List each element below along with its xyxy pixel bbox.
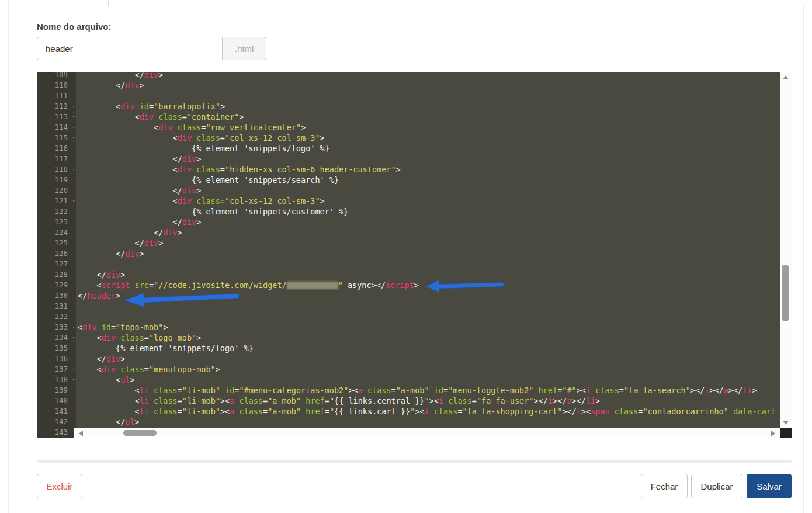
code-pane[interactable]: </div> </div> <div id="barratopofix"> <d… bbox=[76, 72, 780, 438]
code-line: </div> bbox=[78, 353, 776, 364]
tabbar-divider bbox=[109, 6, 804, 6]
code-line: <div class="menutopo-mob"> bbox=[78, 364, 776, 375]
line-number[interactable]: 131 bbox=[37, 301, 76, 311]
fold-arrow-icon[interactable]: ▾ bbox=[72, 332, 75, 343]
line-number[interactable]: 132 bbox=[37, 311, 76, 322]
active-tab[interactable] bbox=[25, 0, 109, 6]
delete-button[interactable]: Excluir bbox=[37, 474, 82, 498]
line-number[interactable]: 141 bbox=[37, 406, 76, 417]
code-line bbox=[78, 259, 776, 269]
code-line: {% element 'snippets/search' %} bbox=[78, 175, 776, 185]
line-number[interactable]: 138▾ bbox=[37, 375, 76, 385]
fold-arrow-icon[interactable]: ▾ bbox=[72, 164, 75, 175]
line-number[interactable]: 124 bbox=[37, 227, 76, 238]
filename-input[interactable] bbox=[37, 37, 223, 60]
redacted-widget-id bbox=[287, 282, 338, 289]
line-number[interactable]: 116 bbox=[37, 143, 76, 154]
close-button[interactable]: Fechar bbox=[641, 474, 688, 498]
line-number[interactable]: 136 bbox=[37, 353, 76, 364]
line-number[interactable]: 133▾ bbox=[37, 322, 76, 332]
line-number[interactable]: 120 bbox=[37, 185, 76, 196]
line-number[interactable]: 117 bbox=[37, 154, 76, 164]
code-line: <div class="container"> bbox=[78, 112, 776, 122]
line-number[interactable]: 115▾ bbox=[37, 133, 76, 143]
code-line: </div> bbox=[78, 227, 776, 238]
line-number[interactable]: 109 bbox=[37, 72, 76, 80]
line-number[interactable]: 139 bbox=[37, 385, 76, 396]
line-number[interactable]: 142 bbox=[37, 417, 76, 427]
code-lines: </div> </div> <div id="barratopofix"> <d… bbox=[78, 72, 776, 438]
line-number[interactable]: 114▾ bbox=[37, 122, 76, 133]
line-number[interactable]: 119 bbox=[37, 175, 76, 185]
gutter[interactable]: 109110111112▾113▾114▾115▾116117118▾11912… bbox=[37, 72, 76, 438]
line-number[interactable]: 128 bbox=[37, 269, 76, 280]
horizontal-scrollbar[interactable] bbox=[74, 428, 780, 438]
line-number[interactable]: 110 bbox=[37, 80, 76, 91]
code-line: <div class="col-xs-12 col-sm-3"> bbox=[78, 196, 776, 206]
fold-arrow-icon[interactable]: ▾ bbox=[72, 122, 75, 133]
fold-arrow-icon[interactable]: ▾ bbox=[72, 101, 75, 112]
page-left-border bbox=[8, 0, 9, 513]
fold-arrow-icon[interactable]: ▾ bbox=[72, 375, 75, 385]
code-line: <div class="logo-mob"> bbox=[78, 332, 776, 343]
line-number[interactable]: 125 bbox=[37, 238, 76, 248]
code-line: </ul> bbox=[78, 417, 776, 427]
fold-arrow-icon[interactable]: ▾ bbox=[72, 322, 75, 332]
code-line: {% element 'snippets/customer' %} bbox=[78, 206, 776, 217]
scroll-down-icon[interactable] bbox=[783, 421, 789, 425]
code-line: </div> bbox=[78, 72, 776, 80]
line-number[interactable]: 129 bbox=[37, 280, 76, 290]
line-number[interactable]: 118▾ bbox=[37, 164, 76, 175]
line-number[interactable]: 140 bbox=[37, 396, 76, 406]
code-line: <div class="hidden-xs col-sm-6 header-cu… bbox=[78, 164, 776, 175]
code-line: <script src="//code.jivosite.com/widget/… bbox=[78, 280, 776, 290]
code-line: {% element 'snippets/logo' %} bbox=[78, 343, 776, 353]
line-number[interactable]: 137▾ bbox=[37, 364, 76, 375]
gutter-lines: 109110111112▾113▾114▾115▾116117118▾11912… bbox=[37, 72, 76, 438]
line-number[interactable]: 111 bbox=[37, 91, 76, 101]
code-line: <li class="li-mob"><a class="a-mob" href… bbox=[78, 406, 776, 417]
scroll-up-icon[interactable] bbox=[783, 75, 789, 79]
code-line: <li class="li-mob"><a class="a-mob" href… bbox=[78, 396, 776, 406]
code-line: </div> bbox=[78, 269, 776, 280]
filename-label: Nome do arquivo: bbox=[37, 22, 112, 32]
line-number[interactable]: 135 bbox=[37, 343, 76, 353]
scroll-right-icon[interactable] bbox=[771, 431, 775, 436]
line-number[interactable]: 121▾ bbox=[37, 196, 76, 206]
code-line: </div> bbox=[78, 248, 776, 259]
code-editor[interactable]: 109110111112▾113▾114▾115▾116117118▾11912… bbox=[37, 72, 792, 438]
fold-arrow-icon[interactable]: ▾ bbox=[72, 133, 75, 143]
code-line: <div id="barratopofix"> bbox=[78, 101, 776, 112]
vertical-scrollbar-thumb[interactable] bbox=[782, 265, 789, 321]
scrollbar-corner bbox=[780, 428, 792, 438]
code-line: <div id="topo-mob"> bbox=[78, 322, 776, 332]
scroll-left-icon[interactable] bbox=[79, 431, 83, 436]
code-line: </div> bbox=[78, 154, 776, 164]
code-line: </header> bbox=[78, 290, 776, 301]
line-number[interactable]: 123 bbox=[37, 217, 76, 227]
line-number[interactable]: 112▾ bbox=[37, 101, 76, 112]
line-number[interactable]: 113▾ bbox=[37, 112, 76, 122]
line-number[interactable]: 134▾ bbox=[37, 332, 76, 343]
line-number[interactable]: 143 bbox=[37, 427, 76, 438]
fold-arrow-icon[interactable]: ▾ bbox=[72, 112, 75, 122]
code-line bbox=[78, 91, 776, 101]
line-number[interactable]: 127 bbox=[37, 259, 76, 269]
horizontal-scrollbar-thumb[interactable] bbox=[123, 430, 157, 436]
vertical-scrollbar[interactable] bbox=[780, 72, 792, 428]
filename-input-group: .html bbox=[37, 37, 266, 60]
line-number[interactable]: 122 bbox=[37, 206, 76, 217]
fold-arrow-icon[interactable]: ▾ bbox=[72, 364, 75, 375]
code-line: {% element 'snippets/logo' %} bbox=[78, 143, 776, 154]
code-line: </div> bbox=[78, 238, 776, 248]
duplicate-button[interactable]: Duplicar bbox=[691, 474, 742, 498]
line-number[interactable]: 126 bbox=[37, 248, 76, 259]
code-line: <li class="li-mob" id="#menu-categorias-… bbox=[78, 385, 776, 396]
save-button[interactable]: Salvar bbox=[747, 474, 792, 498]
code-line: <div class="col-xs-12 col-sm-3"> bbox=[78, 133, 776, 143]
code-line: </div> bbox=[78, 185, 776, 196]
fold-arrow-icon[interactable]: ▾ bbox=[72, 196, 75, 206]
footer-divider bbox=[37, 460, 792, 463]
line-number[interactable]: 130 bbox=[37, 290, 76, 301]
code-line: </div> bbox=[78, 80, 776, 91]
